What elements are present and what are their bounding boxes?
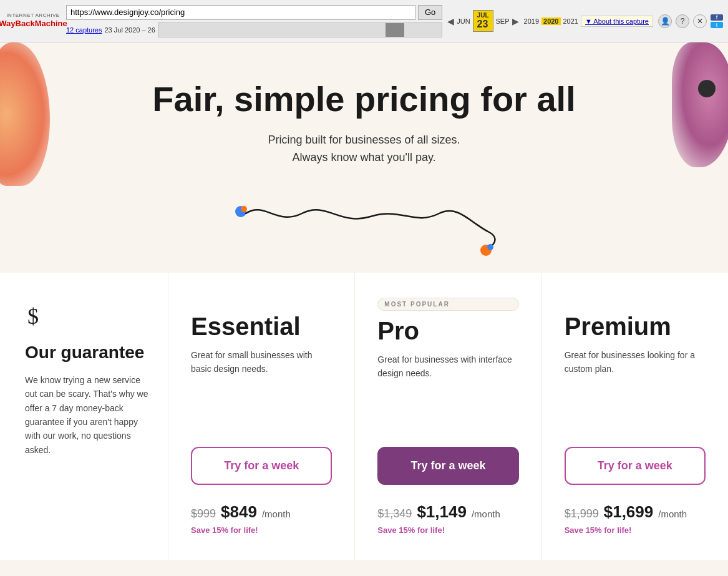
plan-description-essential: Great for small businesses with basic de… [191, 349, 332, 429]
main-content: Fair, simple pricing for all Pricing bui… [0, 42, 728, 560]
price-period-premium: /month [658, 509, 687, 519]
pricing-card-premium: Premium Great for businesses looking for… [542, 273, 728, 560]
pricing-card-pro: MOST POPULAR Pro Great for businesses wi… [355, 273, 541, 560]
year-2020[interactable]: 2020 [541, 17, 560, 25]
help-icon[interactable]: ? [676, 14, 689, 28]
plan-description-pro: Great for businesses with interface desi… [377, 353, 518, 429]
captures-link[interactable]: 12 captures [66, 26, 102, 34]
squiggly-path [246, 210, 495, 248]
plan-name-essential: Essential [191, 314, 332, 339]
user-icon[interactable]: 👤 [658, 14, 672, 28]
plan-name-pro: Pro [377, 318, 518, 343]
about-capture-btn[interactable]: ▼ About this capture [581, 16, 653, 27]
cta-button-essential[interactable]: Try for a week [191, 447, 332, 485]
hero-section: Fair, simple pricing for all Pricing bui… [0, 42, 728, 179]
squiggly-decoration [0, 179, 728, 273]
wayback-icons: 👤 ? ✕ f t [658, 14, 723, 28]
close-icon[interactable]: ✕ [693, 14, 707, 28]
guarantee-icon: $ [25, 304, 149, 332]
next-date-button[interactable]: ▶ [512, 16, 519, 26]
hero-subtitle: Pricing built for businesses of all size… [12, 131, 716, 167]
wayback-url-row: Go [66, 5, 442, 20]
year-2021[interactable]: 2021 [563, 17, 578, 25]
page-title: Fair, simple pricing for all [12, 80, 716, 119]
wayback-toolbar: INTERNET ARCHIVE WayBackMachine Go 12 ca… [0, 0, 728, 42]
date-sep[interactable]: SEP [496, 17, 510, 25]
price-current-pro: $1,149 [417, 502, 467, 522]
year-2019[interactable]: 2019 [524, 17, 539, 25]
facebook-icon[interactable]: f [711, 14, 723, 21]
save-text-essential: Save 15% for life! [191, 525, 332, 535]
price-original-pro: $1,349 [377, 507, 412, 520]
timeline-bar-fill [386, 23, 404, 37]
date-jun[interactable]: JUN [457, 17, 470, 25]
price-original-essential: $999 [191, 507, 216, 520]
wayback-machine-text: WayBackMachine [0, 19, 67, 29]
price-current-essential: $849 [221, 502, 257, 522]
hero-subtitle-line1: Pricing built for businesses of all size… [268, 134, 460, 146]
guarantee-text: We know trying a new service out can be … [25, 373, 149, 457]
price-row-pro: $1,349 $1,149 /month [377, 502, 518, 522]
ia-text: INTERNET ARCHIVE [6, 13, 59, 19]
timeline-bar[interactable] [158, 22, 442, 37]
date-range-text: 23 Jul 2020 – 26 [104, 26, 155, 34]
most-popular-badge: MOST POPULAR [377, 298, 518, 311]
cta-button-pro[interactable]: Try for a week [377, 447, 518, 485]
price-current-premium: $1,699 [604, 502, 654, 522]
pricing-cards: Essential Great for small businesses wit… [168, 273, 728, 560]
guarantee-title: Our guarantee [25, 342, 149, 363]
plan-name-premium: Premium [565, 314, 706, 339]
price-period-pro: /month [472, 509, 500, 519]
wayback-go-button[interactable]: Go [418, 5, 442, 20]
date-jul-active[interactable]: JUL 23 [473, 10, 493, 32]
wayback-timeline: 12 captures 23 Jul 2020 – 26 [66, 22, 442, 37]
cta-button-premium[interactable]: Try for a week [565, 447, 706, 485]
price-row-premium: $1,999 $1,699 /month [565, 502, 706, 522]
hero-subtitle-line2: Always know what you'll pay. [292, 151, 435, 164]
prev-date-button[interactable]: ◀ [447, 16, 454, 26]
circle-right-blue [487, 244, 493, 250]
plan-description-premium: Great for businesses looking for a custo… [565, 349, 706, 429]
twitter-icon[interactable]: t [711, 22, 723, 28]
svg-text:$: $ [27, 304, 39, 329]
circle-left-orange [241, 206, 247, 212]
save-text-premium: Save 15% for life! [565, 525, 706, 535]
price-row-essential: $999 $849 /month [191, 502, 332, 522]
squiggly-svg [227, 192, 502, 260]
pricing-card-essential: Essential Great for small businesses wit… [168, 273, 355, 560]
wayback-logo[interactable]: INTERNET ARCHIVE WayBackMachine [5, 13, 61, 28]
save-text-pro: Save 15% for life! [377, 525, 518, 535]
pricing-section: $ Our guarantee We know trying a new ser… [0, 273, 728, 560]
price-period-essential: /month [262, 509, 291, 519]
wayback-center: Go 12 captures 23 Jul 2020 – 26 [66, 5, 442, 37]
wayback-url-input[interactable] [66, 5, 415, 20]
wayback-dates: ◀ JUN JUL 23 SEP ▶ 2019 2020 2021 ▼ Abou… [447, 10, 653, 32]
guarantee-column: $ Our guarantee We know trying a new ser… [0, 273, 168, 560]
price-original-premium: $1,999 [565, 507, 599, 520]
